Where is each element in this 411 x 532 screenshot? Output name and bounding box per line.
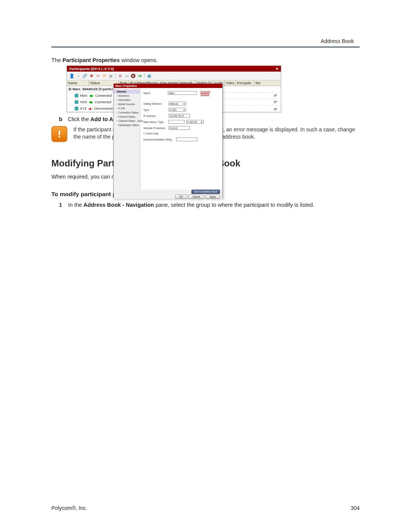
sidebar-tab-channel-status-adv[interactable]: › Channel Status - Adva...: [114, 119, 140, 123]
footer-left: Polycom®, Inc.: [51, 505, 87, 511]
ok-button[interactable]: OK: [175, 195, 187, 199]
toolbar-icon-link[interactable]: 🔗: [82, 73, 88, 78]
row-type: Type: H.323▾: [143, 108, 219, 112]
step-1-number: 1: [59, 201, 64, 209]
row-dialing-direction: Dialing Direction: Dial out▾: [143, 102, 219, 105]
row-name: Name: Marc Endpoint Website: [143, 90, 219, 96]
window-titlebar: Participants (EP:2 L:0 T:3) ✕: [67, 66, 281, 72]
toolbar-icon-layout[interactable]: ▦: [147, 73, 152, 78]
row-alias: Alias Name / Type: H.323 ID▾: [143, 120, 219, 124]
status-arrows-icon: ◀▷: [88, 107, 93, 110]
sidebar-tab-h245[interactable]: › H.245: [114, 106, 140, 110]
toolbar-separator: [144, 73, 145, 78]
toolbar-separator: [115, 73, 116, 78]
sidebar-tab-advanced[interactable]: › Advanced: [114, 94, 140, 98]
participant-icon: [75, 94, 78, 97]
table-body: ⊟ Marc_59446123 (3 partici Marc ◀▶ Conne…: [67, 86, 281, 112]
intro-bold: Participant Properties: [62, 57, 120, 63]
participant-row-marc[interactable]: Marc ◀▶ Connected: [67, 93, 119, 99]
participant-status: Connected: [95, 100, 112, 104]
col-ser[interactable]: Ser: [254, 80, 281, 86]
col-name[interactable]: Name: [67, 80, 89, 86]
table-left-cols: ⊟ Marc_59446123 (3 partici Marc ◀▶ Conne…: [67, 86, 119, 112]
intro-line: The Participant Properties window opens.: [51, 57, 360, 63]
sidebar-tab-media-sources[interactable]: › Media Sources: [114, 102, 140, 106]
window-toolbar: 👤 ＋ 🔗 ✖ ✂ ⟳ ▣ ⧉ ▭ 🔇 🕪 ▦: [67, 72, 281, 80]
exclamation-icon: [55, 129, 64, 139]
header-rule: [51, 46, 360, 48]
label-dialing-direction: Dialing Direction:: [143, 102, 167, 105]
dialog-sidebar: General › Advanced › Information › Media…: [114, 88, 140, 190]
participant-row-hdx[interactable]: HDX ◀▶ Connected: [67, 99, 119, 105]
checkbox-audio-only[interactable]: ☐ Audio Only: [143, 132, 158, 135]
apply-button[interactable]: Apply: [206, 195, 220, 199]
input-extension[interactable]: [176, 137, 198, 141]
input-website-ip[interactable]: 0.0.0.0: [169, 126, 190, 130]
row-extension: Extension/Identifier String:: [143, 137, 219, 141]
row-website-ip: Website IP Address: 0.0.0.0: [143, 126, 219, 130]
intro-prefix: The: [51, 57, 62, 63]
toolbar-icon-sound[interactable]: 🕪: [137, 73, 142, 78]
label-extension: Extension/Identifier String:: [143, 138, 175, 141]
add-to-address-book-button[interactable]: Add to Address Book: [191, 190, 220, 194]
col-video[interactable]: Video: [225, 80, 236, 86]
step-1: 1 In the Address Book - Navigation pane,…: [59, 201, 360, 209]
running-header: Address Book: [321, 38, 354, 44]
toolbar-icon-delete[interactable]: ✖: [89, 73, 94, 78]
endpoint-website-link[interactable]: Endpoint Website: [201, 90, 219, 96]
label-type: Type:: [143, 109, 167, 111]
toolbar-icon-tx[interactable]: ⧉: [118, 73, 123, 78]
row-audio-only: ☐ Audio Only: [143, 132, 219, 135]
page-number: 304: [351, 505, 360, 511]
group-row[interactable]: ⊟ Marc_59446123 (3 partici: [67, 86, 119, 93]
svg-rect-0: [59, 131, 60, 135]
participant-status: Connected: [95, 94, 112, 97]
toolbar-icon-refresh[interactable]: ⟳: [102, 73, 107, 78]
label-name: Name:: [143, 92, 166, 94]
network-cell: IP: [274, 94, 277, 97]
intro-suffix: window opens.: [120, 57, 158, 63]
page-footer: Polycom®, Inc. 304: [51, 505, 360, 511]
toolbar-icon-mic[interactable]: 🔇: [131, 73, 136, 78]
step-b-letter: b: [59, 116, 62, 122]
window-title-text: Participants (EP:2 L:0 T:3): [69, 67, 114, 71]
step-1-text: In the Address Book - Navigation pane, s…: [68, 201, 314, 209]
toolbar-icon-add-participant[interactable]: 👤: [69, 73, 75, 78]
toolbar-icon-copy[interactable]: ▣: [108, 73, 113, 78]
properties-dialog: Marc Properties General › Advanced › Inf…: [113, 83, 223, 198]
step-1-suffix: pane, select the group to where the part…: [154, 202, 315, 208]
label-website-ip: Website IP Address:: [143, 127, 167, 129]
toolbar-icon-cam[interactable]: ▭: [124, 73, 129, 78]
participant-icon: [75, 100, 78, 104]
select-type[interactable]: H.323▾: [169, 108, 186, 112]
sidebar-tab-information[interactable]: › Information: [114, 98, 140, 102]
toolbar-icon-person-x[interactable]: ✂: [95, 73, 100, 78]
step-b-prefix: Click the: [68, 116, 91, 122]
input-name[interactable]: Marc: [168, 91, 197, 95]
step-1-prefix: In the: [68, 202, 83, 208]
dialog-titlebar: Marc Properties: [114, 84, 222, 88]
select-dialing-direction[interactable]: Dial out▾: [169, 102, 186, 105]
input-ip[interactable]: 10.253.70.27: [169, 114, 190, 118]
warning-icon: [51, 126, 67, 142]
cancel-button[interactable]: Cancel: [188, 195, 204, 199]
network-cell: IP: [274, 100, 277, 104]
col-encryption[interactable]: Encryptio: [236, 80, 254, 86]
participant-name: HDX: [80, 100, 87, 104]
input-alias-name[interactable]: [169, 120, 185, 124]
participant-icon: [75, 107, 78, 110]
sidebar-tab-general[interactable]: General: [114, 89, 140, 94]
sidebar-tab-channel-status[interactable]: › Channel Status: [114, 115, 140, 119]
sidebar-tab-connection-status[interactable]: › Connection Status: [114, 110, 140, 115]
dialog-form: Name: Marc Endpoint Website Dialing Dire…: [140, 88, 222, 190]
toolbar-icon-add[interactable]: ＋: [76, 73, 81, 78]
select-alias-type[interactable]: H.323 ID▾: [186, 120, 204, 124]
sidebar-tab-gatekeeper[interactable]: › Gatekeeper Status: [114, 123, 140, 127]
participant-name: Marc: [80, 94, 88, 97]
window-close-x: ✕: [276, 67, 279, 71]
participant-status: Disconnecte: [94, 107, 113, 110]
participant-row-xyz[interactable]: XYZ ◀▷ Disconnecte: [67, 105, 119, 112]
dialog-button-bar: Add to Address Book OK Cancel Apply: [114, 190, 222, 199]
label-alias: Alias Name / Type:: [143, 121, 167, 123]
table-right-cols: IP IP IP Marc Properties General › Advan…: [119, 86, 281, 112]
